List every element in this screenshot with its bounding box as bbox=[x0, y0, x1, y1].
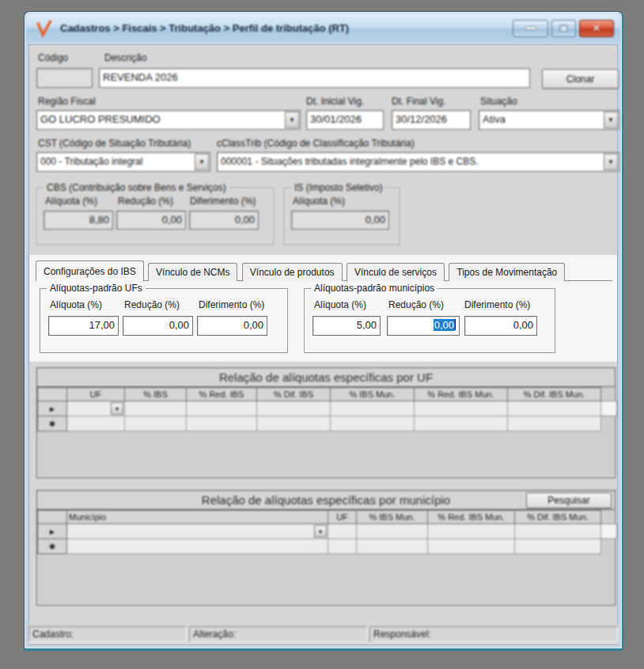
grid-mun-cell[interactable] bbox=[428, 524, 515, 539]
current-record-icon: ► bbox=[38, 524, 67, 539]
codigo-label: Código bbox=[38, 52, 68, 63]
grid-uf-cell[interactable] bbox=[125, 416, 187, 431]
grid-uf-cell[interactable] bbox=[257, 401, 331, 416]
cst-label: CST (Código de Situação Tributária) bbox=[38, 138, 191, 149]
mun-reducao-label: Redução (%) bbox=[388, 299, 444, 310]
situacao-select[interactable]: Ativa ▼ bbox=[479, 110, 619, 130]
grid-mun-gutter-header bbox=[601, 511, 617, 524]
grid-uf-cell[interactable] bbox=[508, 416, 601, 431]
titlebar[interactable]: Cadastros > Fiscais > Tributação > Perfi… bbox=[26, 13, 620, 43]
grid-mun-cell[interactable] bbox=[357, 539, 428, 554]
close-button[interactable]: ✕ bbox=[579, 20, 614, 37]
grid-mun-col-red-ibs-mun: % Red. IBS Mun. bbox=[428, 511, 515, 524]
selected-text: 0,00 bbox=[434, 319, 455, 331]
situacao-dropdown-icon[interactable]: ▼ bbox=[604, 112, 618, 128]
mun-group-title: Alíquotas-padrão municípios bbox=[311, 283, 438, 294]
codigo-field[interactable] bbox=[36, 68, 93, 88]
grid-mun-cell[interactable] bbox=[515, 524, 601, 539]
grid-uf-cell[interactable] bbox=[331, 416, 415, 431]
tab-vinculo-ncms[interactable]: Vínculo de NCMs bbox=[148, 263, 237, 281]
grid-uf-row-current[interactable]: ► ▼ bbox=[38, 401, 617, 416]
grid-uf-cell[interactable] bbox=[67, 416, 125, 431]
grid-uf-gutter bbox=[601, 416, 617, 431]
grid-uf-cell[interactable] bbox=[415, 401, 508, 416]
cbs-group-title: CBS (Contribuição sobre Bens e Serviços) bbox=[44, 182, 229, 193]
uf-reducao-field[interactable]: 0,00 bbox=[123, 316, 193, 336]
is-aliquota-field[interactable]: 0,00 bbox=[291, 211, 389, 230]
grid-uf-cell[interactable] bbox=[257, 416, 331, 431]
municipio-cell-dropdown-icon[interactable]: ▼ bbox=[314, 525, 327, 538]
grid-uf-col-dif-ibs: % Dif. IBS bbox=[257, 388, 331, 401]
grid-uf-cell-uf[interactable]: ▼ bbox=[67, 401, 125, 416]
mun-diferimento-label: Diferimento (%) bbox=[464, 299, 530, 310]
uf-diferimento-field[interactable]: 0,00 bbox=[197, 316, 267, 336]
uf-aliquota-field[interactable]: 17,00 bbox=[48, 316, 119, 336]
is-aliquota-label: Alíquota (%) bbox=[293, 196, 345, 207]
dt-inicial-label: Dt. Inicial Vig. bbox=[306, 96, 364, 107]
status-responsavel: Responsável: bbox=[369, 626, 618, 642]
dt-inicial-field[interactable]: 30/01/2026 bbox=[306, 110, 384, 130]
dt-final-field[interactable]: 30/12/2026 bbox=[392, 110, 471, 130]
grid-uf-cell[interactable] bbox=[125, 401, 187, 416]
clonar-button[interactable]: Clonar bbox=[542, 69, 619, 89]
grid-uf-cell[interactable] bbox=[331, 401, 415, 416]
grid-mun-selector-header bbox=[38, 511, 67, 524]
cbs-diferimento-field[interactable]: 0,00 bbox=[189, 211, 259, 230]
status-bar: Cadastro: Alteração: Responsável: bbox=[27, 625, 619, 644]
regiao-fiscal-select[interactable]: GO LUCRO PRESUMIDO ▼ bbox=[36, 110, 301, 130]
is-groupbox: IS (Imposto Seletivo) Alíquota (%) 0,00 bbox=[284, 188, 400, 245]
grid-mun-cell[interactable] bbox=[357, 524, 428, 539]
grid-uf-cell[interactable] bbox=[508, 401, 601, 416]
grid-uf-table: UF % IBS % Red. IBS % Dif. IBS % IBS Mun… bbox=[37, 387, 617, 431]
mun-diferimento-field[interactable]: 0,00 bbox=[464, 316, 537, 336]
grid-uf-cell[interactable] bbox=[187, 401, 257, 416]
grid-mun-cell[interactable] bbox=[67, 539, 328, 554]
cbs-reducao-field[interactable]: 0,00 bbox=[116, 211, 186, 230]
grid-uf-cell[interactable] bbox=[187, 416, 257, 431]
text-caret bbox=[455, 319, 456, 330]
grid-uf-gutter-header bbox=[601, 388, 617, 401]
regiao-fiscal-dropdown-icon[interactable]: ▼ bbox=[285, 112, 299, 128]
grid-uf-row-new[interactable]: ✱ bbox=[38, 416, 617, 431]
form-header-section: Código Descrição REVENDA 2026 Clonar Reg… bbox=[29, 45, 617, 255]
grid-uf-col-dif-ibs-mun: % Dif. IBS Mun. bbox=[508, 388, 601, 401]
grid-mun-cell[interactable] bbox=[515, 539, 601, 554]
cst-select[interactable]: 000 - Tributação integral ▼ bbox=[36, 152, 210, 172]
mun-reducao-field[interactable]: 0,00 bbox=[387, 316, 460, 336]
tab-vinculo-servicos[interactable]: Vínculo de serviços bbox=[347, 263, 445, 281]
cbs-reducao-label: Redução (%) bbox=[118, 196, 173, 207]
tab-tipos-movimentacao[interactable]: Tipos de Movimentação bbox=[449, 263, 565, 281]
is-group-title: IS (Imposto Seletivo) bbox=[291, 182, 385, 193]
descricao-label: Descrição bbox=[104, 52, 146, 63]
cst-dropdown-icon[interactable]: ▼ bbox=[195, 154, 209, 170]
grid-mun-gutter bbox=[601, 539, 617, 554]
grid-mun-cell-municipio[interactable]: ▼ bbox=[67, 524, 328, 539]
status-alteracao: Alteração: bbox=[189, 626, 367, 642]
grid-mun-cell[interactable] bbox=[428, 539, 515, 554]
grid-mun-row-current[interactable]: ► ▼ bbox=[38, 524, 617, 539]
cclasstrib-label: cClassTrib (Código de Classificação Trib… bbox=[217, 138, 415, 149]
minimize-button[interactable] bbox=[513, 20, 548, 37]
ibs-config-band: Configurações do IBS Vínculo de NCMs Vín… bbox=[29, 255, 617, 362]
uf-cell-dropdown-icon[interactable]: ▼ bbox=[111, 402, 123, 415]
grid-mun-col-ibs-mun: % IBS Mun. bbox=[357, 511, 428, 524]
grid-mun-scroll-gutter bbox=[601, 524, 617, 539]
grid-mun-cell[interactable] bbox=[328, 539, 357, 554]
maximize-button[interactable] bbox=[551, 20, 576, 37]
grid-uf-cell[interactable] bbox=[415, 416, 508, 431]
grid-mun-title: Relação de alíquotas específicas por mun… bbox=[37, 491, 615, 510]
cbs-aliquota-field[interactable]: 8,80 bbox=[44, 211, 113, 230]
tab-configuracoes-ibs[interactable]: Configurações do IBS bbox=[36, 260, 144, 281]
grid-mun-cell[interactable] bbox=[328, 524, 357, 539]
descricao-field[interactable]: REVENDA 2026 bbox=[99, 68, 530, 88]
grid-mun-row-new[interactable]: ✱ bbox=[38, 539, 617, 554]
pesquisar-button[interactable]: Pesquisar bbox=[526, 492, 612, 508]
grid-uf-scroll-gutter bbox=[601, 401, 617, 416]
cclasstrib-select[interactable]: 000001 - Situações tributadas integralme… bbox=[217, 152, 619, 172]
grid-aliquotas-uf: Relação de alíquotas específicas por UF … bbox=[36, 367, 616, 478]
uf-aliquota-label: Alíquota (%) bbox=[50, 299, 102, 310]
cclasstrib-dropdown-icon[interactable]: ▼ bbox=[604, 154, 618, 170]
current-record-icon: ► bbox=[38, 401, 67, 416]
mun-aliquota-field[interactable]: 5,00 bbox=[313, 316, 381, 336]
tab-vinculo-produtos[interactable]: Vínculo de produtos bbox=[242, 263, 343, 281]
